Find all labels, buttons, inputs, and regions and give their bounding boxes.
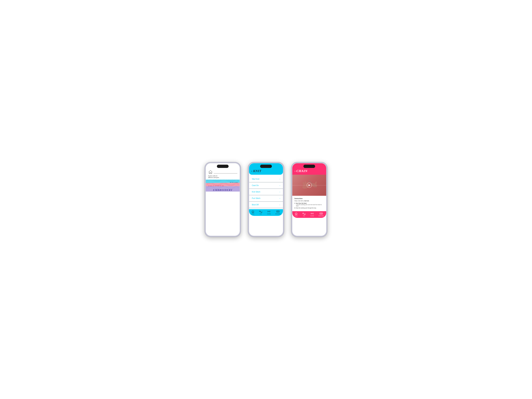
step-2: 2. Draw the working yarn through the loo… [294, 207, 324, 209]
phone3-nav-embroidery-label: Embroidery [318, 215, 324, 216]
phone3-nav-home[interactable]: Home [295, 212, 298, 216]
phone3-nav-knit-label: Knit [303, 215, 305, 216]
chevron-icon-slip-knot: › [279, 178, 280, 180]
back-title-area: ‹ KNIT [251, 169, 281, 173]
step-1-number: 1. [294, 203, 295, 204]
nav-embroidery-icon [276, 210, 280, 213]
chevron-icon-knit-stitch: › [279, 191, 280, 193]
play-button[interactable] [307, 183, 312, 188]
embroidery-section[interactable]: EMBROIDERY [206, 186, 240, 191]
phone3-nav-knit[interactable]: Knit [302, 212, 306, 216]
phone3-nav-embroidery[interactable]: Embroidery [318, 212, 324, 216]
list-item-cast-on[interactable]: Cast On › [249, 182, 283, 189]
phone-2-screen: ‹ KNIT Slip Knot › Cast On › Knit Stitch… [249, 163, 283, 236]
dynamic-island-2 [260, 165, 272, 168]
phone3-nav-embroidery-icon [319, 212, 323, 215]
phone-1: Explore skills fordifferent craft types … [205, 162, 241, 237]
chain-title: CHAIN [296, 169, 308, 173]
phone-3: ‹ CHAIN [291, 162, 327, 237]
list-item-purl-stitch[interactable]: Purl Stitch › [249, 195, 283, 202]
dynamic-island-3 [304, 165, 315, 168]
nav-home-icon [251, 210, 254, 213]
nav-embroidery[interactable]: Embroidery [275, 210, 281, 215]
phone3-nav-home-label: Home [295, 215, 298, 216]
home-icon-area [208, 170, 237, 174]
knit-list: Slip Knot › Cast On › Knit Stitch › Purl… [249, 175, 283, 209]
list-item-knit-stitch[interactable]: Knit Stitch › [249, 189, 283, 195]
embroidery-waves [207, 186, 239, 190]
chevron-icon-bind-off: › [279, 204, 280, 206]
phone3-nav-crochet-icon [310, 212, 314, 215]
list-item-text-purl-stitch: Purl Stitch [252, 197, 260, 199]
list-item-text-knit-stitch: Knit Stitch [252, 191, 260, 193]
list-item-slip-knot[interactable]: Slip Knot › [249, 176, 283, 182]
instructions-panel: Instructions Setup: start with a slip kn… [292, 196, 326, 211]
explore-text: Explore skills fordifferent craft types [208, 175, 237, 178]
phone-3-screen: ‹ CHAIN [292, 163, 326, 236]
phone3-nav-crochet-label: Crochet [310, 215, 314, 216]
dynamic-island-1 [217, 165, 228, 168]
list-item-bind-off[interactable]: Bind Off › [249, 202, 283, 208]
phone3-back-button[interactable]: ‹ [295, 170, 296, 172]
step-1-desc: Loop the working yarn over the hook from… [296, 204, 324, 207]
phones-container: Explore skills fordifferent craft types … [205, 162, 327, 237]
screen-title: KNIT [253, 169, 261, 173]
nav-home-label: Home [252, 213, 254, 215]
list-item-text-slip-knot: Slip Knot [252, 178, 259, 180]
phone1-content: KNIT CROCHET [206, 180, 240, 191]
phone3-nav-crochet[interactable]: Crochet [310, 212, 314, 216]
chevron-icon-cast-on: › [279, 184, 280, 186]
list-item-text-bind-off: Bind Off [252, 204, 259, 206]
nav-embroidery-label: Embroidery [275, 213, 281, 215]
instructions-title: Instructions [294, 198, 324, 200]
nav-crochet[interactable]: Crochet [267, 210, 271, 215]
step-1-title: Yarn Over the Hook [296, 203, 307, 204]
step-1: 1. Yarn Over the Hook Loop the working y… [294, 203, 324, 207]
phone3-back-title-area: ‹ CHAIN [295, 169, 324, 173]
back-button[interactable]: ‹ [251, 170, 252, 172]
phone3-nav-home-icon [295, 212, 298, 215]
step-2-title: Draw the working yarn through the loop. [296, 207, 317, 209]
step-2-number: 2. [294, 207, 295, 209]
nav-crochet-label: Crochet [267, 213, 271, 215]
phone3-nav-knit-icon [302, 212, 306, 215]
nav-knit[interactable]: Knit [259, 210, 262, 215]
nav-knit-label: Knit [260, 213, 262, 215]
nav-crochet-icon [267, 210, 271, 213]
list-item-text-cast-on: Cast On [252, 184, 259, 187]
phone3-navbar: Home Knit Crochet [292, 211, 326, 218]
phone-2: ‹ KNIT Slip Knot › Cast On › Knit Stitch… [248, 162, 284, 237]
nav-home[interactable]: Home [251, 210, 254, 215]
video-area [292, 175, 326, 196]
play-icon [309, 184, 310, 186]
nav-knit-icon [259, 210, 262, 213]
phone-1-screen: Explore skills fordifferent craft types … [206, 163, 240, 236]
chevron-icon-purl-stitch: › [279, 197, 280, 199]
phone2-navbar: Home Knit Crochet [249, 209, 283, 216]
home-icon [208, 170, 213, 174]
setup-text: Setup: start with a slip knot. [294, 200, 324, 202]
